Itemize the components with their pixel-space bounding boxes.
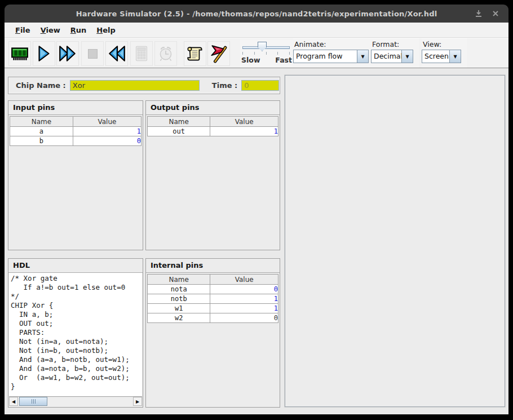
slider-slow-label: Slow bbox=[241, 56, 260, 64]
toolbar: Slow Fast Animate: Program flow ▼ Format… bbox=[5, 38, 508, 68]
pin-row-out: out 1 bbox=[148, 127, 278, 136]
hardware-simulator-window: Hardware Simulator (2.5) - /home/thomas/… bbox=[0, 0, 513, 420]
stop-button bbox=[81, 41, 104, 66]
script-icon bbox=[185, 44, 205, 63]
menu-file[interactable]: File bbox=[10, 24, 36, 36]
single-step-icon bbox=[34, 44, 54, 63]
menu-help[interactable]: Help bbox=[91, 24, 120, 36]
stop-icon bbox=[83, 44, 102, 63]
chevron-down-icon[interactable]: ▼ bbox=[357, 50, 368, 63]
clock-icon bbox=[156, 44, 175, 63]
animate-select[interactable]: Program flow ▼ bbox=[293, 50, 369, 63]
pin-value[interactable]: 1 bbox=[210, 304, 278, 313]
code-line: Not (in=b, out=notb); bbox=[11, 346, 142, 355]
time-input bbox=[241, 80, 279, 91]
chevron-down-icon[interactable]: ▼ bbox=[401, 50, 413, 63]
hdl-panel: HDL /* Xor gate If a!=b out=1 else out=0… bbox=[8, 258, 143, 408]
column-header-name: Name bbox=[148, 117, 210, 127]
output-pins-panel: Output pins Name Value out 1 bbox=[145, 100, 280, 250]
pin-value[interactable]: 1 bbox=[210, 127, 278, 136]
animate-label: Animate: bbox=[294, 40, 326, 48]
menu-run[interactable]: Run bbox=[65, 24, 92, 36]
pin-name: notb bbox=[148, 294, 210, 304]
pin-value[interactable]: 0 bbox=[210, 313, 278, 323]
close-icon bbox=[492, 10, 499, 17]
main-content: Chip Name : Time : Input pins Name Value… bbox=[5, 68, 508, 414]
internal-pins-panel: Internal pins Name Value nota 0 notb 1 bbox=[145, 258, 280, 408]
pin-name: b bbox=[10, 136, 73, 146]
minimize-icon bbox=[475, 10, 483, 17]
output-pins-title: Output pins bbox=[146, 101, 280, 115]
hdl-code-view[interactable]: /* Xor gate If a!=b out=1 else out=0 */ … bbox=[9, 273, 142, 397]
speed-slider-group: Slow Fast bbox=[240, 39, 293, 68]
format-group: Format: Decimal ▼ bbox=[371, 38, 419, 68]
chip-name-label: Chip Name : bbox=[16, 81, 66, 90]
code-line: IN a, b; bbox=[11, 310, 142, 319]
pin-name: w2 bbox=[148, 313, 210, 323]
speed-slider-thumb[interactable] bbox=[258, 42, 267, 51]
chevron-down-icon[interactable]: ▼ bbox=[449, 50, 461, 63]
view-script-button[interactable] bbox=[184, 41, 206, 66]
calculator-button bbox=[130, 41, 153, 66]
code-line: And (a=nota, b=b, out=w2); bbox=[11, 364, 142, 373]
pin-row-nota: nota 0 bbox=[148, 285, 278, 294]
pin-value[interactable]: 0 bbox=[210, 285, 278, 294]
code-line: PARTS: bbox=[11, 328, 142, 337]
hdl-title: HDL bbox=[8, 259, 143, 273]
format-select[interactable]: Decimal ▼ bbox=[371, 50, 413, 63]
column-header-name: Name bbox=[10, 117, 73, 127]
single-step-button[interactable] bbox=[33, 41, 55, 66]
code-line: Or (a=w1, b=w2, out=out); bbox=[11, 373, 142, 382]
pin-name: w1 bbox=[148, 304, 210, 313]
format-label: Format: bbox=[372, 40, 399, 48]
window-title: Hardware Simulator (2.5) - /home/thomas/… bbox=[76, 10, 437, 18]
chip-name-bar: Chip Name : Time : bbox=[8, 77, 280, 94]
chip-name-input[interactable] bbox=[70, 80, 200, 91]
title-bar: Hardware Simulator (2.5) - /home/thomas/… bbox=[5, 5, 508, 23]
pin-value[interactable]: 1 bbox=[73, 127, 141, 136]
clock-button bbox=[154, 41, 177, 66]
menu-view[interactable]: View bbox=[36, 24, 65, 36]
column-header-value: Value bbox=[210, 275, 278, 285]
pin-row-w2: w2 0 bbox=[148, 313, 278, 323]
internal-pins-table: Name Value nota 0 notb 1 w1 1 bbox=[147, 274, 278, 323]
scrollbar-thumb[interactable] bbox=[19, 397, 47, 406]
breakpoint-flag-icon bbox=[209, 44, 228, 63]
load-chip-button[interactable] bbox=[8, 41, 31, 66]
code-line: */ bbox=[11, 292, 142, 301]
reset-button[interactable] bbox=[105, 41, 128, 66]
pin-row-notb: notb 1 bbox=[148, 294, 278, 304]
input-pins-panel: Input pins Name Value a 1 b 0 bbox=[8, 100, 143, 250]
run-button[interactable] bbox=[56, 41, 79, 66]
breakpoints-button[interactable] bbox=[207, 41, 230, 66]
scroll-right-arrow-icon[interactable]: ▶ bbox=[133, 397, 142, 406]
animate-group: Animate: Program flow ▼ bbox=[293, 38, 374, 68]
view-select[interactable]: Screen ▼ bbox=[422, 50, 461, 63]
reset-icon bbox=[107, 44, 126, 63]
code-line: Not (in=a, out=nota); bbox=[11, 337, 142, 346]
column-header-value: Value bbox=[210, 117, 278, 127]
calculator-icon bbox=[132, 44, 151, 63]
speed-slider-ticks bbox=[242, 52, 290, 55]
hdl-horizontal-scrollbar[interactable]: ◀ ▶ bbox=[9, 396, 142, 406]
column-header-name: Name bbox=[148, 275, 210, 285]
pin-value[interactable]: 0 bbox=[73, 136, 141, 146]
close-button[interactable] bbox=[489, 8, 502, 19]
slider-fast-label: Fast bbox=[275, 56, 292, 64]
pin-name: out bbox=[148, 127, 210, 136]
code-line: CHIP Xor { bbox=[11, 301, 142, 310]
pin-name: a bbox=[10, 127, 73, 136]
code-line: } bbox=[11, 382, 142, 391]
code-line: And (a=a, b=notb, out=w1); bbox=[11, 355, 142, 364]
minimize-button[interactable] bbox=[472, 8, 485, 19]
scroll-left-arrow-icon[interactable]: ◀ bbox=[9, 397, 18, 406]
output-pins-table: Name Value out 1 bbox=[147, 116, 278, 136]
pin-row-b: b 0 bbox=[10, 136, 141, 146]
input-pins-table: Name Value a 1 b 0 bbox=[10, 116, 141, 146]
code-line: OUT out; bbox=[11, 319, 142, 328]
column-header-value: Value bbox=[73, 117, 141, 127]
pin-row-w1: w1 1 bbox=[148, 304, 278, 313]
input-pins-title: Input pins bbox=[8, 101, 143, 115]
view-group: View: Screen ▼ bbox=[422, 38, 467, 68]
pin-value[interactable]: 1 bbox=[210, 294, 278, 304]
